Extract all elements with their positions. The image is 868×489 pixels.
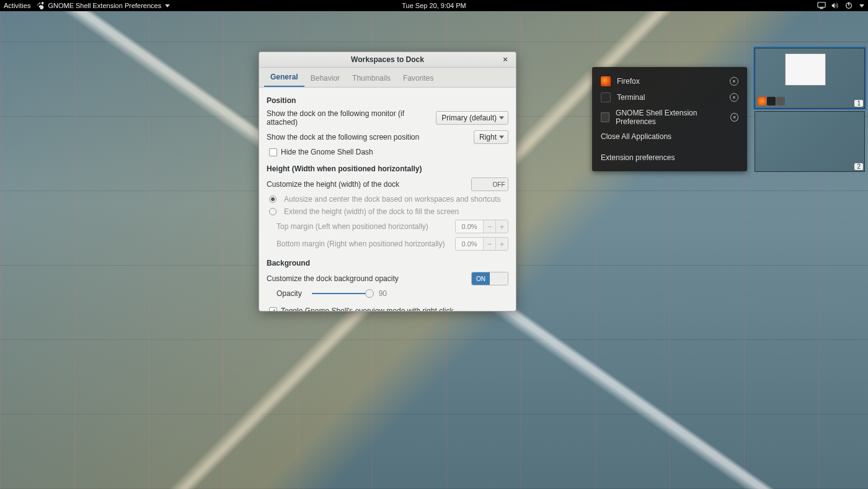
bottom-margin-plus[interactable]: + xyxy=(495,238,508,250)
autosize-label: Autosize and center the dock based on wo… xyxy=(284,195,501,204)
chevron-down-icon xyxy=(859,4,864,7)
extension-preferences-link[interactable]: Extension preferences xyxy=(592,150,747,165)
close-button[interactable]: × xyxy=(500,55,511,64)
svg-rect-1 xyxy=(820,8,823,9)
extend-radio[interactable] xyxy=(269,208,277,215)
bottom-margin-label: Bottom margin (Right when positioned hor… xyxy=(277,240,455,248)
opacity-value: 90 xyxy=(379,289,387,298)
autosize-radio[interactable] xyxy=(269,195,277,203)
tab-thumbnails[interactable]: Thumbnails xyxy=(346,69,397,87)
tab-favorites[interactable]: Favorites xyxy=(397,69,440,87)
section-position: Position xyxy=(267,96,508,105)
close-firefox-button[interactable]: × xyxy=(730,77,738,86)
dialog-titlebar[interactable]: Workspaces to Dock × xyxy=(259,52,516,68)
settings-icon xyxy=(601,112,609,122)
section-background: Background xyxy=(267,259,508,267)
toggle-overview-checkbox[interactable] xyxy=(269,307,277,311)
tray-icon xyxy=(767,97,776,105)
customize-bg-switch[interactable]: ON xyxy=(471,272,508,285)
opacity-slider[interactable] xyxy=(312,289,374,298)
close-all-apps[interactable]: Close All Applications xyxy=(592,129,747,144)
customize-height-switch[interactable]: OFF xyxy=(471,177,508,191)
hide-dash-checkbox[interactable] xyxy=(269,148,277,156)
monitor-dropdown[interactable]: Primary (default) xyxy=(436,111,508,125)
screenpos-label: Show the dock at the following screen po… xyxy=(267,133,474,141)
top-margin-minus[interactable]: − xyxy=(483,220,495,233)
close-extension-prefs-button[interactable]: × xyxy=(730,113,738,122)
top-bar: Activities GNOME Shell Extension Prefere… xyxy=(0,0,868,11)
monitor-label: Show the dock on the following monitor (… xyxy=(267,109,436,127)
extend-label: Extend the height (width) of the dock to… xyxy=(284,207,459,216)
top-margin-input[interactable] xyxy=(456,220,483,233)
dialog-title: Workspaces to Dock xyxy=(351,55,424,64)
screenpos-dropdown[interactable]: Right xyxy=(474,130,508,144)
workspace-number: 1 xyxy=(854,100,863,107)
tray-icon xyxy=(776,97,785,105)
chevron-down-icon xyxy=(165,4,170,7)
volume-icon[interactable] xyxy=(831,1,839,10)
bottom-margin-spin[interactable]: − + xyxy=(455,237,508,251)
popup-item-terminal[interactable]: Terminal × xyxy=(592,89,747,105)
popup-item-extension-prefs[interactable]: GNOME Shell Extension Preferences × xyxy=(592,105,747,129)
workspace-number: 2 xyxy=(854,163,863,170)
display-icon[interactable] xyxy=(817,1,826,10)
hide-dash-label: Hide the Gnome Shell Dash xyxy=(281,148,373,156)
customize-height-label: Customize the height (width) of the dock xyxy=(267,180,471,189)
bottom-margin-minus[interactable]: − xyxy=(483,238,495,250)
dock-popup-menu: Firefox × Terminal × GNOME Shell Extensi… xyxy=(592,67,747,171)
tab-behavior[interactable]: Behavior xyxy=(304,69,346,87)
opacity-label: Opacity xyxy=(267,289,302,298)
firefox-icon xyxy=(601,76,611,86)
preferences-dialog: Workspaces to Dock × General Behavior Th… xyxy=(259,52,516,312)
toggle-overview-label: Toggle Gnome Shell's overview mode with … xyxy=(281,307,453,311)
top-margin-label: Top margin (Left when positioned horizon… xyxy=(277,222,455,231)
tab-general[interactable]: General xyxy=(264,68,304,87)
app-menu[interactable]: GNOME Shell Extension Preferences xyxy=(37,1,170,10)
svg-rect-0 xyxy=(818,2,825,7)
power-icon[interactable] xyxy=(844,1,853,10)
terminal-icon xyxy=(601,92,611,102)
gnome-foot-icon xyxy=(37,1,45,10)
section-height: Height (Width when positioned horizontal… xyxy=(267,164,508,173)
tab-bar: General Behavior Thumbnails Favorites xyxy=(259,68,516,87)
top-margin-plus[interactable]: + xyxy=(495,220,508,233)
clock[interactable]: Tue Sep 20, 9:04 PM xyxy=(402,2,466,9)
dialog-body: Position Show the dock on the following … xyxy=(259,87,516,311)
close-terminal-button[interactable]: × xyxy=(730,93,738,102)
top-margin-spin[interactable]: − + xyxy=(455,220,508,233)
bottom-margin-input[interactable] xyxy=(456,238,483,250)
activities-button[interactable]: Activities xyxy=(4,2,30,9)
workspace-switcher: 1 2 xyxy=(755,48,865,174)
tray-icon xyxy=(758,97,766,105)
workspace-thumb-1[interactable]: 1 xyxy=(755,48,865,109)
app-menu-label: GNOME Shell Extension Preferences xyxy=(48,2,161,9)
popup-item-firefox[interactable]: Firefox × xyxy=(592,73,747,89)
customize-bg-label: Customize the dock background opacity xyxy=(267,274,471,283)
workspace-thumb-2[interactable]: 2 xyxy=(755,111,865,172)
